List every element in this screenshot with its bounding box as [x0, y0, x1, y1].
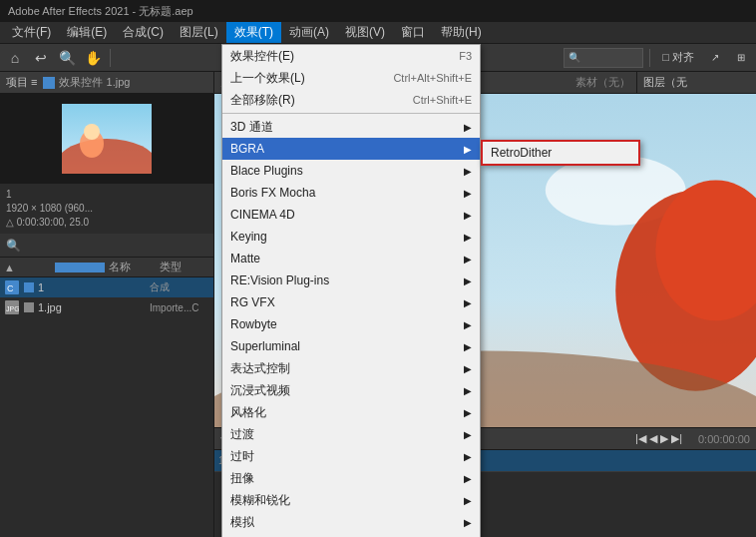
- file-color-2: [24, 302, 34, 312]
- bgra-item-retrodither[interactable]: RetroDither: [483, 142, 638, 164]
- label-blace: Blace Plugins: [230, 164, 303, 178]
- arrow-3d: ▶: [464, 122, 472, 133]
- effects-item-blace[interactable]: Blace Plugins ▶: [222, 160, 480, 182]
- effects-item-noise[interactable]: 杂色 ▶: [222, 533, 480, 537]
- expand-btn[interactable]: ↗: [704, 47, 726, 69]
- file-info: 1 1920 × 1080 (960... △ 0:00:30:00, 25.0: [0, 184, 213, 234]
- effects-item-revision[interactable]: RE:Vision Plug-ins ▶: [222, 269, 480, 291]
- effects-item-obsolete[interactable]: 过时 ▶: [222, 445, 480, 467]
- effects-item-expr[interactable]: 表达式控制 ▶: [222, 357, 480, 379]
- effects-item-rgvfx[interactable]: RG VFX ▶: [222, 291, 480, 313]
- label-simulate: 模拟: [230, 514, 254, 531]
- effects-item-remove[interactable]: 全部移除(R) Ctrl+Shift+E: [222, 89, 480, 111]
- file-row-2[interactable]: JPG 1.jpg Importe...C: [0, 297, 213, 317]
- effects-item-distort[interactable]: 扭像 ▶: [222, 467, 480, 489]
- file-list-header: ▲ 名称 类型: [0, 258, 213, 277]
- play-controls: |◀ ◀ ▶ ▶|: [635, 432, 682, 445]
- arrow-cinema: ▶: [464, 210, 472, 221]
- effects-item-simulate[interactable]: 模拟 ▶: [222, 511, 480, 533]
- effects-item-boris[interactable]: Boris FX Mocha ▶: [222, 182, 480, 204]
- arrow-immersive: ▶: [464, 385, 472, 396]
- effects-item-blur[interactable]: 模糊和锐化 ▶: [222, 489, 480, 511]
- shortcut-f3: F3: [459, 50, 472, 62]
- arrow-style: ▶: [464, 407, 472, 418]
- menu-file[interactable]: 文件(F): [4, 22, 59, 43]
- effects-item-bgra[interactable]: BGRA ▶: [222, 138, 480, 160]
- arrow-keying: ▶: [464, 232, 472, 243]
- label-distort: 扭像: [230, 470, 254, 487]
- search-bar: 🔍: [0, 234, 213, 258]
- menu-view[interactable]: 视图(V): [337, 22, 393, 43]
- arrow-simulate: ▶: [464, 517, 472, 528]
- arrow-blace: ▶: [464, 166, 472, 177]
- search-input[interactable]: [25, 240, 207, 252]
- arrow-distort: ▶: [464, 473, 472, 484]
- toolbar-sep2: [649, 49, 650, 67]
- menu-animation[interactable]: 动画(A): [281, 22, 337, 43]
- project-header: 项目 ≡ 效果控件 1.jpg: [0, 72, 213, 94]
- menu-effects[interactable]: 效果(T): [226, 22, 281, 43]
- bgra-submenu: RetroDither: [481, 140, 640, 166]
- undo-btn[interactable]: ↩: [30, 47, 52, 69]
- file-type-1: 合成: [150, 280, 209, 294]
- menu-window[interactable]: 窗口: [393, 22, 433, 43]
- effects-item-super[interactable]: Superluminal ▶: [222, 335, 480, 357]
- svg-text:JPG: JPG: [6, 305, 19, 312]
- menu-help[interactable]: 帮助(H): [433, 22, 490, 43]
- arrow-boris: ▶: [464, 188, 472, 199]
- file-name-2: 1.jpg: [38, 301, 150, 313]
- menu-edit[interactable]: 编辑(E): [59, 22, 115, 43]
- label-expr: 表达式控制: [230, 360, 290, 377]
- effects-item-style[interactable]: 风格化 ▶: [222, 401, 480, 423]
- label-obsolete: 过时: [230, 448, 254, 465]
- effects-item-controls[interactable]: 效果控件(E) F3: [222, 45, 480, 67]
- menu-compose[interactable]: 合成(C): [115, 22, 172, 43]
- effects-item-rowbyte[interactable]: Rowbyte ▶: [222, 313, 480, 335]
- effects-item-keying[interactable]: Keying ▶: [222, 226, 480, 248]
- home-btn[interactable]: ⌂: [4, 47, 26, 69]
- arrow-rgvfx: ▶: [464, 297, 472, 308]
- thumbnail-svg: [62, 104, 152, 174]
- label-bgra: BGRA: [230, 142, 264, 156]
- effects-item-transition[interactable]: 过渡 ▶: [222, 423, 480, 445]
- file-type-2: Importe...C: [150, 302, 209, 313]
- comp-color-icon: [43, 77, 55, 89]
- label-rgvfx: RG VFX: [230, 295, 275, 309]
- label-cinema: CINEMA 4D: [230, 208, 295, 222]
- timecode: 0:00:00:00: [698, 433, 750, 445]
- menu-bar: 文件(F) 编辑(E) 合成(C) 图层(L) 效果(T) 动画(A) 视图(V…: [0, 22, 756, 44]
- search-icon: 🔍: [6, 239, 21, 253]
- label-revision: RE:Vision Plug-ins: [230, 273, 329, 287]
- label-immersive: 沉浸式视频: [230, 382, 290, 399]
- file-name: 1: [6, 188, 207, 202]
- arrow-revision: ▶: [464, 275, 472, 286]
- fullscreen-btn[interactable]: ⊞: [730, 47, 752, 69]
- label-transition: 过渡: [230, 426, 254, 443]
- label-keying: Keying: [230, 230, 267, 244]
- label-blur: 模糊和锐化: [230, 492, 290, 509]
- hand-btn[interactable]: ✋: [82, 47, 104, 69]
- color-sort-icon: [55, 263, 106, 272]
- effects-remove-label: 全部移除(R): [230, 92, 295, 109]
- effects-item-immersive[interactable]: 沉浸式视频 ▶: [222, 379, 480, 401]
- menu-layer[interactable]: 图层(L): [172, 22, 226, 43]
- file-row[interactable]: C 1 合成: [0, 277, 213, 297]
- arrow-matte: ▶: [464, 254, 472, 265]
- jpg-icon: JPG: [4, 299, 20, 315]
- project-header-text: 项目 ≡: [6, 75, 37, 90]
- file-color-1: [24, 282, 34, 292]
- effects-item-3d[interactable]: 3D 通道 ▶: [222, 116, 480, 138]
- align-label: □ 对齐: [656, 50, 700, 65]
- comp-icon: C: [4, 279, 20, 295]
- title-bar: Adobe After Effects 2021 - 无标题.aep: [0, 0, 756, 22]
- search-icon: 🔍: [568, 52, 580, 63]
- arrow-expr: ▶: [464, 363, 472, 374]
- effects-item-matte[interactable]: Matte ▶: [222, 248, 480, 269]
- file-name-1: 1: [38, 281, 150, 293]
- effects-item-cinema[interactable]: CINEMA 4D ▶: [222, 204, 480, 226]
- effects-item-prev[interactable]: 上一个效果(L) Ctrl+Alt+Shift+E: [222, 67, 480, 89]
- file-resolution: 1920 × 1080 (960...: [6, 202, 207, 216]
- search-btn[interactable]: 🔍: [56, 47, 78, 69]
- label-super: Superluminal: [230, 339, 300, 353]
- svg-point-3: [84, 124, 100, 140]
